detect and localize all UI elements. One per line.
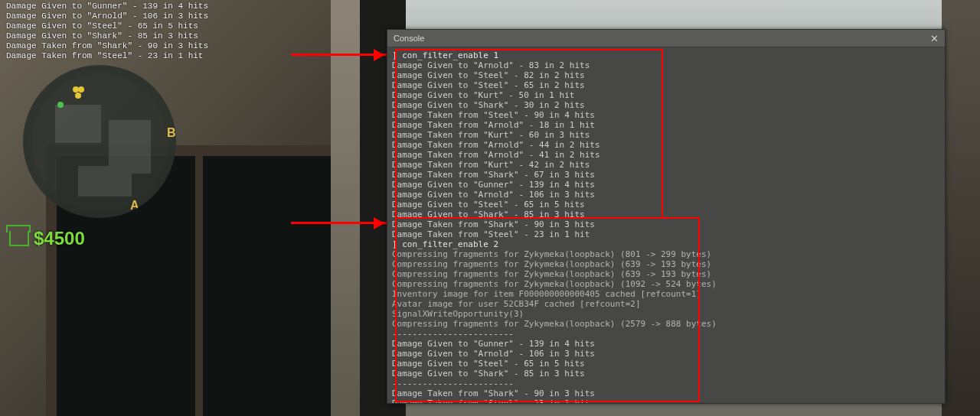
minimap: A B	[23, 65, 176, 218]
close-icon[interactable]: ✕	[930, 33, 939, 44]
money-value: $4500	[34, 228, 85, 249]
player-dot	[75, 93, 81, 99]
damage-feed-line: Damage Given to "Gunner" - 139 in 4 hits	[6, 2, 208, 11]
money-hud: $4500	[9, 228, 85, 249]
buy-icon	[9, 231, 29, 246]
damage-feed-line: Damage Given to "Arnold" - 106 in 3 hits	[6, 11, 208, 21]
wall-right	[942, 0, 980, 416]
annotation-arrow	[291, 54, 389, 56]
annotation-arrow	[291, 222, 389, 224]
console-body[interactable]: ] con_filter_enable 1 Damage Given to "A…	[387, 47, 945, 403]
damage-feed-line: Damage Given to "Shark" - 85 in 3 hits	[6, 31, 208, 41]
damage-feed-line: Damage Taken from "Shark" - 90 in 3 hits	[6, 41, 208, 51]
damage-feed-line: Damage Given to "Steel" - 65 in 5 hits	[6, 21, 208, 31]
bombsite-b-label: B	[167, 126, 176, 140]
ally-dot	[57, 102, 64, 108]
minimap-terrain	[32, 74, 167, 209]
console-titlebar[interactable]: Console ✕	[387, 30, 945, 47]
console-title: Console	[394, 34, 424, 43]
game-viewport: Damage Given to "Gunner" - 139 in 4 hits…	[0, 0, 980, 416]
player-dot	[78, 86, 84, 93]
console-output[interactable]: ] con_filter_enable 1 Damage Given to "A…	[387, 47, 945, 403]
developer-console[interactable]: Console ✕ ] con_filter_enable 1 Damage G…	[387, 29, 946, 404]
damage-feed-line: Damage Taken from "Steel" - 23 in 1 hit	[6, 51, 208, 61]
damage-feed: Damage Given to "Gunner" - 139 in 4 hits…	[6, 2, 208, 61]
